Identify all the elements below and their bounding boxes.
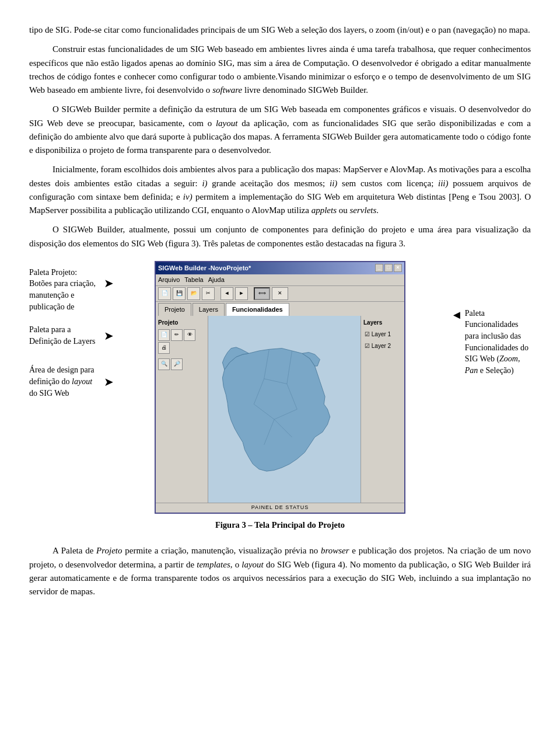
paragraph-5: O SIGWeb Builder, atualmente, possui um … bbox=[29, 223, 531, 250]
close-button[interactable]: × bbox=[394, 264, 402, 272]
layer-1[interactable]: ☑ Layer 1 bbox=[363, 329, 402, 340]
paragraph-3: O SIGWeb Builder permite a definição da … bbox=[29, 103, 531, 157]
tool-row-zoom: 🔍 🔎 bbox=[158, 358, 205, 370]
toolbar: 📄 💾 📂 ✂ ◄ ► ⟺ ✕ bbox=[156, 286, 404, 302]
para-3-text: O SIGWeb Builder permite a definição da … bbox=[29, 103, 531, 157]
left-label-1-text: Paleta Projeto: Botões para criação, man… bbox=[29, 267, 102, 312]
arrow-right-3: ➤ bbox=[104, 376, 114, 388]
menu-ajuda[interactable]: Ajuda bbox=[208, 275, 225, 285]
tool-3[interactable]: 👁 bbox=[184, 329, 195, 341]
tab-projeto[interactable]: Projeto bbox=[158, 303, 191, 316]
arrow-right-1: ➤ bbox=[104, 277, 114, 289]
layers-title: Layers bbox=[363, 318, 402, 328]
right-label-1-text: Paleta Funcionalidades para inclusão das… bbox=[465, 308, 531, 377]
panel-title: Projeto bbox=[158, 318, 205, 328]
window-titlebar: SIGWeb Builder -NovoProjeto* _ □ × bbox=[156, 262, 404, 274]
arrow-right-2: ➤ bbox=[104, 330, 114, 342]
window-content: Projeto 📄 ✏ 👁 🖨 🔍 🔎 bbox=[156, 316, 404, 503]
figure-3-section: Paleta Projeto: Botões para criação, man… bbox=[29, 261, 531, 538]
tb-tools1[interactable]: ⟺ bbox=[254, 287, 270, 300]
tb-tools2[interactable]: ✕ bbox=[272, 287, 288, 300]
statusbar: PAINEL DE STATUS bbox=[156, 503, 404, 513]
window-controls: _ □ × bbox=[375, 264, 402, 272]
paragraph-6: A Paleta de Projeto permite a criação, m… bbox=[29, 544, 531, 598]
tab-bar: Projeto Layers Funcionalidades bbox=[156, 303, 404, 316]
tb-left[interactable]: ◄ bbox=[220, 287, 233, 300]
right-label-1: ◄ Paleta Funcionalidades para inclusão d… bbox=[451, 308, 531, 377]
left-label-3: Área de design para definição do layout … bbox=[29, 364, 114, 399]
layer-2[interactable]: ☑ Layer 2 bbox=[363, 341, 402, 351]
sigweb-window: SIGWeb Builder -NovoProjeto* _ □ × Arqui… bbox=[155, 261, 405, 514]
tool-row-1: 📄 ✏ 👁 🖨 bbox=[158, 329, 205, 354]
figure-caption: Figura 3 – Tela Principal do Projeto bbox=[215, 518, 345, 531]
tab-layers[interactable]: Layers bbox=[192, 303, 225, 316]
figure-left-labels: Paleta Projeto: Botões para criação, man… bbox=[29, 261, 114, 399]
menubar: Arquivo Tabela Ajuda bbox=[156, 274, 404, 286]
left-panel: Projeto 📄 ✏ 👁 🖨 🔍 🔎 bbox=[156, 316, 208, 503]
arrow-left-1: ◄ bbox=[451, 309, 463, 321]
tool-4[interactable]: 🖨 bbox=[158, 342, 170, 354]
left-label-2-text: Paleta para a Definição de Layers bbox=[29, 324, 102, 347]
tb-new[interactable]: 📄 bbox=[158, 287, 171, 300]
menu-tabela[interactable]: Tabela bbox=[184, 275, 203, 285]
paragraph-4: Inicialmente, foram escolhidos dois ambi… bbox=[29, 163, 531, 217]
left-label-1: Paleta Projeto: Botões para criação, man… bbox=[29, 267, 114, 312]
figure-right-labels: ◄ Paleta Funcionalidades para inclusão d… bbox=[446, 261, 531, 394]
tb-open[interactable]: 📂 bbox=[187, 287, 200, 300]
brazil-map-svg bbox=[208, 316, 360, 503]
tool-zoom-out[interactable]: 🔎 bbox=[171, 358, 183, 370]
left-label-2: Paleta para a Definição de Layers ➤ bbox=[29, 324, 114, 347]
figure-center: SIGWeb Builder -NovoProjeto* _ □ × Arqui… bbox=[114, 261, 446, 538]
paragraph-2: Construir estas funcionalidades de um SI… bbox=[29, 43, 531, 97]
menu-arquivo[interactable]: Arquivo bbox=[158, 275, 180, 285]
tab-funcionalidades[interactable]: Funcionalidades bbox=[226, 303, 289, 316]
minimize-button[interactable]: _ bbox=[375, 264, 383, 272]
tool-2[interactable]: ✏ bbox=[171, 329, 183, 341]
para-5-text: O SIGWeb Builder, atualmente, possui um … bbox=[29, 223, 531, 250]
tb-right[interactable]: ► bbox=[235, 287, 248, 300]
maximize-button[interactable]: □ bbox=[384, 264, 393, 272]
para-6-text: A Paleta de Projeto permite a criação, m… bbox=[29, 544, 531, 598]
paragraph-1: tipo de SIG. Pode-se citar como funciona… bbox=[29, 23, 531, 37]
right-panel: Layers ☑ Layer 1 ☑ Layer 2 bbox=[360, 316, 404, 503]
statusbar-text: PAINEL DE STATUS bbox=[251, 504, 309, 510]
left-label-3-text: Área de design para definição do layout … bbox=[29, 364, 102, 399]
para-2-text: Construir estas funcionalidades de um SI… bbox=[29, 43, 531, 97]
window-title: SIGWeb Builder -NovoProjeto* bbox=[158, 263, 251, 273]
tool-zoom-in[interactable]: 🔍 bbox=[158, 358, 170, 370]
para-4-text: Inicialmente, foram escolhidos dois ambi… bbox=[29, 163, 531, 217]
map-area bbox=[208, 316, 360, 503]
tb-cut[interactable]: ✂ bbox=[202, 287, 215, 300]
tool-1[interactable]: 📄 bbox=[158, 329, 170, 341]
para-1-text: tipo de SIG. Pode-se citar como funciona… bbox=[29, 23, 531, 37]
tb-save[interactable]: 💾 bbox=[173, 287, 186, 300]
